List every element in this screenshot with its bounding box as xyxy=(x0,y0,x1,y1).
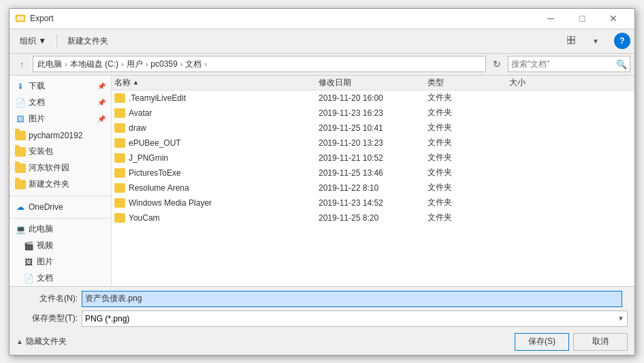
filename-input[interactable] xyxy=(82,291,622,307)
breadcrumb-c-drive[interactable]: 本地磁盘 (C:) xyxy=(69,59,120,70)
file-type-cell: 文件夹 xyxy=(428,212,509,223)
help-button[interactable]: ? xyxy=(614,33,630,49)
view-dropdown-button[interactable]: ▼ xyxy=(585,33,606,49)
folder-icon xyxy=(114,108,125,118)
file-date-cell: 2019-11-20 16:00 xyxy=(319,93,428,103)
save-button[interactable]: 保存(S) xyxy=(515,333,569,351)
table-row[interactable]: Avatar 2019-11-23 16:23 文件夹 xyxy=(112,106,634,121)
new-folder-button[interactable]: 新建文件夹 xyxy=(61,32,114,50)
onedrive-icon: ☁ xyxy=(15,202,26,212)
svg-rect-3 xyxy=(571,36,575,40)
search-box[interactable]: 🔍 xyxy=(508,56,630,72)
file-name-cell: YouCam xyxy=(114,213,319,223)
folder-icon xyxy=(15,131,26,140)
addressbar: ↑ 此电脑 › 本地磁盘 (C:) › 用户 › pc0359 › 文档 › ↻… xyxy=(10,54,634,76)
sidebar-item-label: 河东软件园 xyxy=(29,162,69,174)
export-dialog: Export ─ □ ✕ 组织 ▼ 新建文件夹 ▼ ? ↑ 此电脑 › xyxy=(9,8,635,356)
folder-icon xyxy=(15,180,26,189)
svg-rect-1 xyxy=(17,16,24,20)
sidebar-item-label: 视频 xyxy=(37,240,53,251)
action-buttons: 保存(S) 取消 xyxy=(515,333,628,351)
file-date-cell: 2019-11-22 8:10 xyxy=(319,183,428,193)
col-date-header[interactable]: 修改日期 xyxy=(319,77,428,89)
breadcrumb-this-pc[interactable]: 此电脑 xyxy=(36,59,63,70)
breadcrumb-sep-2: › xyxy=(121,60,124,68)
minimize-button[interactable]: ─ xyxy=(535,8,566,29)
breadcrumb-sep-1: › xyxy=(65,60,67,68)
triangle-icon: ▲ xyxy=(16,338,23,345)
pin-icon: 📌 xyxy=(97,99,106,106)
sidebar-item-download[interactable]: ⬇ 下载 📌 xyxy=(10,78,111,95)
sidebar-item-pycharm[interactable]: pycharm20192 xyxy=(10,127,111,144)
organize-button[interactable]: 组织 ▼ xyxy=(14,32,52,50)
sidebar-item-documents[interactable]: 📄 文档 📌 xyxy=(10,95,111,111)
up-arrow-button[interactable]: ↑ xyxy=(14,56,30,72)
file-name-cell: .TeamyiLiveEdit xyxy=(114,93,319,103)
table-row[interactable]: PicturesToExe 2019-11-25 13:46 文件夹 xyxy=(112,165,634,180)
table-row[interactable]: .TeamyiLiveEdit 2019-11-20 16:00 文件夹 xyxy=(112,91,634,106)
folder-icon xyxy=(15,147,26,157)
filename-label: 文件名(N): xyxy=(16,293,78,304)
table-row[interactable]: J_PNGmin 2019-11-21 10:52 文件夹 xyxy=(112,151,634,165)
titlebar: Export ─ □ ✕ xyxy=(10,9,634,29)
sidebar-item-pictures[interactable]: 🖼 图片 📌 xyxy=(10,111,111,127)
table-row[interactable]: YouCam 2019-11-25 8:20 文件夹 xyxy=(112,210,634,225)
col-name-header[interactable]: 名称 ▲ xyxy=(114,77,319,89)
sidebar-item-label: 下载 xyxy=(29,80,45,92)
sidebar-item-this-pc[interactable]: 💻 此电脑 xyxy=(10,221,111,238)
dropdown-arrow-icon: ▼ xyxy=(617,315,624,322)
file-name-cell: Windows Media Player xyxy=(114,198,319,208)
table-row[interactable]: Windows Media Player 2019-11-23 14:52 文件… xyxy=(112,195,634,210)
maximize-button[interactable]: □ xyxy=(566,8,598,29)
breadcrumb-sep-3: › xyxy=(146,60,148,68)
svg-rect-2 xyxy=(567,36,570,40)
file-name-cell: PicturesToExe xyxy=(114,168,319,178)
file-type-cell: 文件夹 xyxy=(428,137,509,148)
sidebar-item-docs[interactable]: 📄 文档 xyxy=(10,270,111,286)
sidebar: ⬇ 下载 📌 📄 文档 📌 🖼 图片 📌 pycharm20192 安装包 xyxy=(10,76,112,286)
folder-icon xyxy=(114,123,125,133)
breadcrumb-sep-4: › xyxy=(180,60,183,68)
col-type-header[interactable]: 类型 xyxy=(428,77,509,89)
main-area: ⬇ 下载 📌 📄 文档 📌 🖼 图片 📌 pycharm20192 安装包 xyxy=(10,76,634,286)
sidebar-item-new-folder[interactable]: 新建文件夹 xyxy=(10,176,111,193)
table-row[interactable]: ePUBee_OUT 2019-11-20 13:23 文件夹 xyxy=(112,136,634,151)
col-size-header[interactable]: 大小 xyxy=(509,77,632,89)
sidebar-item-video[interactable]: 🎬 视频 xyxy=(10,238,111,254)
refresh-button[interactable]: ↻ xyxy=(489,56,505,72)
sidebar-item-label: pycharm20192 xyxy=(29,131,82,140)
sidebar-item-hedong[interactable]: 河东软件园 xyxy=(10,160,111,176)
view-button[interactable] xyxy=(562,33,583,49)
file-name-cell: Resolume Arena xyxy=(114,183,319,193)
table-row[interactable]: draw 2019-11-25 10:41 文件夹 xyxy=(112,121,634,136)
folder-icon xyxy=(114,213,125,223)
breadcrumb-users[interactable]: 用户 xyxy=(125,59,144,70)
cancel-button[interactable]: 取消 xyxy=(573,333,628,351)
hidden-files-toggle[interactable]: ▲ 隐藏文件夹 xyxy=(16,336,67,347)
sidebar-item-pics[interactable]: 🖼 图片 xyxy=(10,254,111,270)
search-input[interactable] xyxy=(511,59,613,69)
file-date-cell: 2019-11-25 10:41 xyxy=(319,123,428,133)
docs-icon: 📄 xyxy=(23,273,34,284)
filetype-dropdown[interactable]: PNG (*.png) ▼ xyxy=(82,311,628,327)
table-row[interactable]: Resolume Arena 2019-11-22 8:10 文件夹 xyxy=(112,180,634,195)
filename-row: 文件名(N): xyxy=(16,291,628,307)
breadcrumb[interactable]: 此电脑 › 本地磁盘 (C:) › 用户 › pc0359 › 文档 › xyxy=(33,56,486,72)
toolbar: 组织 ▼ 新建文件夹 ▼ ? xyxy=(10,29,634,54)
titlebar-title: Export xyxy=(30,14,54,23)
sidebar-item-onedrive[interactable]: ☁ OneDrive xyxy=(10,199,111,215)
filetype-label: 保存类型(T): xyxy=(16,313,78,324)
close-button[interactable]: ✕ xyxy=(598,8,629,29)
breadcrumb-pc0359[interactable]: pc0359 xyxy=(149,59,178,69)
file-list: .TeamyiLiveEdit 2019-11-20 16:00 文件夹 Ava… xyxy=(112,91,634,286)
sidebar-item-install[interactable]: 安装包 xyxy=(10,144,111,160)
sidebar-item-label: 此电脑 xyxy=(29,223,53,235)
file-type-cell: 文件夹 xyxy=(428,152,509,163)
this-pc-icon: 💻 xyxy=(15,224,26,235)
action-bar: ▲ 隐藏文件夹 保存(S) 取消 xyxy=(16,330,628,351)
file-type-cell: 文件夹 xyxy=(428,167,509,178)
folder-icon xyxy=(114,93,125,103)
breadcrumb-documents[interactable]: 文档 xyxy=(184,59,203,70)
file-type-cell: 文件夹 xyxy=(428,182,509,193)
sidebar-item-label: 图片 xyxy=(37,256,53,268)
